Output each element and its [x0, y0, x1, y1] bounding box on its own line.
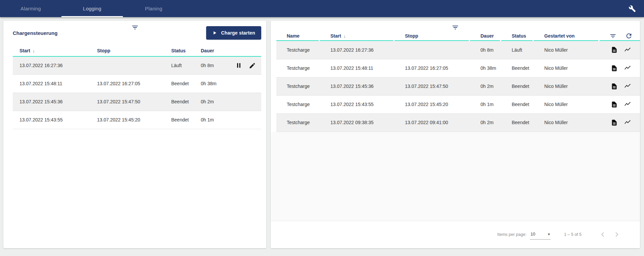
- chevron-left-icon: [599, 231, 607, 239]
- paginator: Items per page: 10 ▾ 1 – 5 of 5: [271, 221, 640, 248]
- pause-button[interactable]: [235, 62, 242, 69]
- tab-label: Planing: [145, 6, 162, 11]
- cell-stopp: 13.07.2022 16:27:05: [90, 74, 165, 93]
- cell-dauer: 0h 1m: [194, 111, 221, 129]
- column-header-start[interactable]: Start↓: [320, 31, 395, 41]
- column-header-label: Status: [512, 33, 526, 39]
- trend-line-icon: [624, 119, 631, 126]
- cell-status: Beendet: [501, 59, 534, 77]
- edit-button[interactable]: [249, 62, 256, 69]
- items-per-page-select[interactable]: 10 ▾: [530, 232, 551, 240]
- column-header-actions: [600, 31, 640, 41]
- cell-start: 13.07.2022 16:27:36: [320, 41, 395, 59]
- chargensteuerung-panel: Chargensteuerung Charge starten Start↓: [3, 21, 266, 248]
- trend-button[interactable]: [624, 64, 631, 72]
- edit-pencil-icon: [249, 62, 256, 69]
- document-icon: [611, 83, 618, 90]
- sort-desc-icon: ↓: [33, 48, 35, 53]
- refresh-button[interactable]: [625, 32, 633, 40]
- trend-button[interactable]: [624, 101, 631, 108]
- column-header-label: Gestartet von: [544, 33, 574, 39]
- pause-icon: [235, 62, 242, 69]
- trend-button[interactable]: [624, 119, 631, 126]
- report-button[interactable]: [611, 83, 618, 90]
- cell-name: Testcharge: [276, 95, 320, 113]
- tab-alarming[interactable]: Alarming: [0, 0, 61, 17]
- filter-list-icon: [452, 24, 459, 31]
- cell-stopp: 13.07.2022 15:45:20: [395, 95, 470, 113]
- cell-start: 13.07.2022 15:48:11: [320, 59, 395, 77]
- filter-list-icon: [609, 33, 616, 40]
- cell-stopp: [90, 56, 165, 74]
- top-navigation-bar: Alarming Logging Planing: [0, 0, 644, 17]
- filter-button[interactable]: [131, 24, 139, 31]
- column-header-gestartet-von[interactable]: Gestartet von: [534, 31, 600, 41]
- cell-gestartet-von: Nico Müller: [534, 59, 600, 77]
- report-button[interactable]: [611, 46, 618, 53]
- cell-actions: [600, 41, 640, 59]
- next-page-button[interactable]: [610, 228, 624, 241]
- table-row: Testcharge 13.07.2022 09:38:35 13.07.202…: [276, 113, 640, 132]
- cell-status: Beendet: [501, 77, 534, 95]
- column-header-stopp[interactable]: Stopp: [395, 31, 470, 41]
- cell-start: 13.07.2022 09:38:35: [320, 113, 395, 132]
- table-row: Testcharge 13.07.2022 15:43:55 13.07.202…: [276, 95, 640, 113]
- column-header-start[interactable]: Start↓: [13, 45, 90, 56]
- play-icon: [212, 31, 217, 35]
- cell-name: Testcharge: [276, 77, 320, 95]
- column-header-status[interactable]: Status: [501, 31, 534, 41]
- report-button[interactable]: [611, 119, 618, 126]
- active-tab-indicator: [61, 16, 123, 17]
- cell-actions: [221, 74, 261, 93]
- cell-stopp: 13.07.2022 15:45:20: [90, 111, 165, 129]
- trend-line-icon: [624, 64, 631, 72]
- settings-wrench-button[interactable]: [620, 0, 644, 17]
- trend-button[interactable]: [624, 46, 631, 54]
- column-header-dauer[interactable]: Dauer: [194, 45, 221, 56]
- report-button[interactable]: [611, 65, 618, 72]
- table-row: Testcharge 13.07.2022 15:45:36 13.07.202…: [276, 77, 640, 95]
- screen: Alarming Logging Planing Chargensteuerun…: [0, 0, 644, 256]
- cell-stopp: 13.07.2022 16:27:05: [395, 59, 470, 77]
- filter-list-icon: [131, 24, 139, 31]
- table-row: 13.07.2022 16:27:36 Läuft 0h 8m: [13, 56, 261, 74]
- cell-status: Beendet: [501, 95, 534, 113]
- cell-start: 13.07.2022 15:48:11: [13, 74, 90, 93]
- column-header-label: Stopp: [97, 48, 110, 53]
- cell-gestartet-von: Nico Müller: [534, 77, 600, 95]
- charge-starten-button[interactable]: Charge starten: [206, 26, 261, 40]
- cell-dauer: 0h 1m: [470, 95, 501, 113]
- items-per-page-value: 10: [531, 232, 535, 237]
- cell-start: 13.07.2022 15:43:55: [320, 95, 395, 113]
- cell-status: Beendet: [165, 111, 194, 129]
- cell-dauer: 0h 2m: [194, 93, 221, 111]
- table-row: Testcharge 13.07.2022 16:27:36 0h 8m Läu…: [276, 41, 640, 59]
- report-button[interactable]: [611, 101, 618, 108]
- charge-starten-label: Charge starten: [221, 30, 255, 36]
- cell-stopp: 13.07.2022 15:47:50: [395, 77, 470, 95]
- panel-title: Chargensteuerung: [13, 30, 57, 36]
- panel-header: [271, 21, 640, 31]
- cell-status: Läuft: [501, 41, 534, 59]
- column-header-name[interactable]: Name: [276, 31, 320, 41]
- cell-name: Testcharge: [276, 41, 320, 59]
- table-empty-space: [271, 132, 640, 221]
- cell-start: 13.07.2022 15:45:36: [320, 77, 395, 95]
- column-header-stopp[interactable]: Stopp: [90, 45, 165, 56]
- previous-page-button[interactable]: [596, 228, 610, 241]
- cell-actions: [600, 59, 640, 77]
- table-header-row: Start↓ Stopp Status Dauer: [13, 45, 261, 56]
- column-header-status[interactable]: Status: [165, 45, 194, 56]
- trend-button[interactable]: [624, 83, 631, 90]
- tab-logging[interactable]: Logging: [61, 0, 123, 17]
- tab-planing[interactable]: Planing: [123, 0, 184, 17]
- cell-stopp: 13.07.2022 15:47:50: [90, 93, 165, 111]
- filter-button[interactable]: [609, 33, 616, 40]
- column-header-label: Dauer: [201, 48, 214, 53]
- filter-button[interactable]: [452, 24, 459, 31]
- column-header-dauer[interactable]: Dauer: [470, 31, 501, 41]
- document-icon: [611, 46, 618, 53]
- cell-dauer: 0h 8m: [470, 41, 501, 59]
- sort-desc-icon: ↓: [343, 34, 346, 39]
- panel-header: Chargensteuerung Charge starten: [3, 21, 266, 45]
